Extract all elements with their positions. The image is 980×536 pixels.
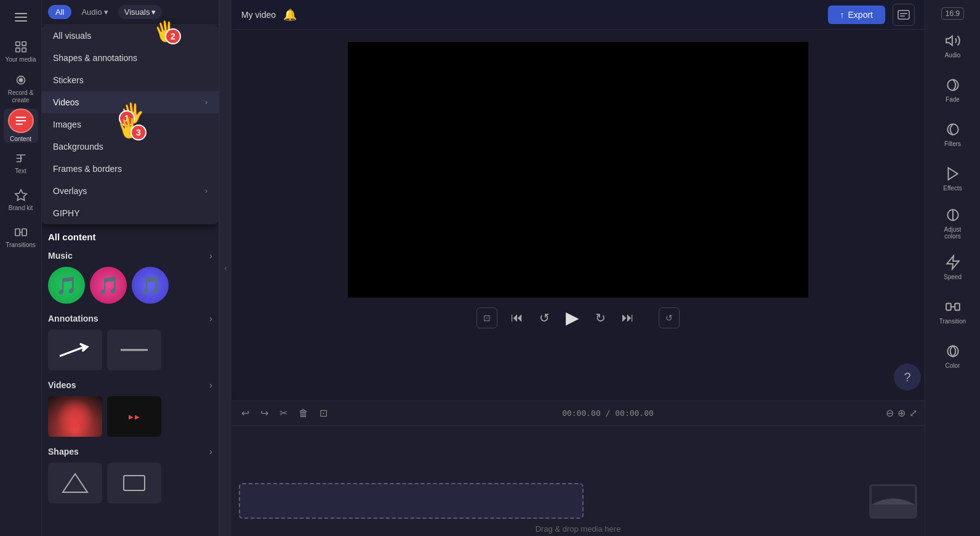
svg-rect-20 xyxy=(946,304,951,311)
export-icon: ↑ xyxy=(840,10,845,20)
dropdown-item-backgrounds[interactable]: Backgrounds xyxy=(42,136,219,158)
all-content-title: All content xyxy=(48,232,212,242)
sidebar-item-your-media[interactable]: Your media xyxy=(4,35,38,69)
panel-content: All content Music › 🎵 🎵 🎵 Annotations › xyxy=(42,224,219,536)
shape-item-2[interactable] xyxy=(107,463,161,503)
dropdown-item-overlays[interactable]: Overlays › xyxy=(42,180,219,202)
skip-back-button[interactable]: ⏮ xyxy=(508,308,526,327)
delete-button[interactable]: 🗑 xyxy=(296,405,311,421)
rewind-button[interactable]: ↺ xyxy=(537,308,552,328)
section-videos-title: Videos xyxy=(48,380,76,390)
videos-grid: ▶ ▶ xyxy=(48,396,212,437)
shapes-grid xyxy=(48,463,212,503)
svg-rect-6 xyxy=(15,229,19,235)
sidebar-item-content[interactable]: Content xyxy=(4,108,38,143)
right-tool-color[interactable]: Color xyxy=(930,335,976,377)
tab-audio[interactable]: Audio ▾ xyxy=(75,5,114,19)
section-shapes-header: Shapes › xyxy=(48,447,212,457)
section-annotations-title: Annotations xyxy=(48,314,98,323)
dropdown-item-stickers[interactable]: Stickers xyxy=(42,69,219,91)
video-item-2[interactable]: ▶ ▶ xyxy=(107,396,161,437)
track-clip[interactable] xyxy=(239,483,584,519)
section-shapes-arrow[interactable]: › xyxy=(209,447,212,457)
svg-rect-15 xyxy=(872,505,915,517)
section-annotations-arrow[interactable]: › xyxy=(209,314,212,323)
panel-top-bar: All Audio ▾ Visuals ▾ xyxy=(42,0,219,25)
timeline-toolbar: ↩ ↪ ✂ 🗑 ⊡ 00:00.00 / 00:00.00 ⊖ ⊕ ⤢ xyxy=(231,401,925,426)
right-tool-filters[interactable]: Filters xyxy=(930,113,976,155)
music-grid: 🎵 🎵 🎵 xyxy=(48,267,212,304)
main-header: My video 🔔 ↑ Export xyxy=(231,0,925,30)
tab-all[interactable]: All xyxy=(48,5,71,19)
right-tool-audio[interactable]: Audio xyxy=(930,25,976,67)
annotation-item-line[interactable] xyxy=(107,330,161,370)
dropdown-item-frames-borders[interactable]: Frames & borders xyxy=(42,158,219,180)
lock-button[interactable]: ⊡ xyxy=(317,405,330,421)
panel-area: All Audio ▾ Visuals ▾ All visuals Shapes… xyxy=(42,0,219,536)
music-item-3[interactable]: 🎵 xyxy=(132,267,169,304)
sidebar-item-record-create[interactable]: Record &create xyxy=(4,71,38,106)
video-item-1[interactable] xyxy=(48,396,102,437)
hamburger-button[interactable] xyxy=(9,5,33,30)
content-icon xyxy=(8,108,34,133)
undo-button[interactable]: ↩ xyxy=(239,405,252,421)
svg-rect-3 xyxy=(22,48,25,52)
music-item-1[interactable]: 🎵 xyxy=(48,267,85,304)
notification-icon[interactable]: 🔔 xyxy=(283,8,297,22)
timeline-tracks: Drag & drop media here xyxy=(231,426,925,536)
chevron-down-icon: ▾ xyxy=(151,7,156,17)
forward-button[interactable]: ↻ xyxy=(593,308,608,328)
svg-marker-9 xyxy=(63,474,87,492)
zoom-controls: ⊖ ⊕ ⤢ xyxy=(886,407,917,419)
play-button[interactable]: ▶ xyxy=(563,305,582,330)
drop-zone-text: Drag & drop media here xyxy=(536,524,621,534)
timeline-area: ↩ ↪ ✂ 🗑 ⊡ 00:00.00 / 00:00.00 ⊖ ⊕ ⤢ xyxy=(231,400,925,536)
svg-rect-21 xyxy=(955,304,960,311)
sidebar-item-brand[interactable]: Brand kit xyxy=(4,182,38,217)
sidebar-item-transitions[interactable]: Transitions xyxy=(4,219,38,254)
dropdown-item-all-visuals[interactable]: All visuals xyxy=(42,25,219,47)
skip-forward-button[interactable]: ⏭ xyxy=(619,308,637,327)
dropdown-item-images[interactable]: Images xyxy=(42,113,219,136)
shape-item-1[interactable] xyxy=(48,463,102,503)
section-videos-arrow[interactable]: › xyxy=(209,380,212,390)
help-button[interactable]: ? xyxy=(894,363,921,391)
sidebar-left: Your media Record &create Content Text B… xyxy=(0,0,42,536)
image-icon[interactable]: ⊡ xyxy=(476,307,497,328)
zoom-out-button[interactable]: ⊖ xyxy=(886,407,894,419)
export-button[interactable]: ↑ Export xyxy=(828,6,885,24)
sidebar-item-text[interactable]: Text xyxy=(4,145,38,180)
section-music-title: Music xyxy=(48,251,73,261)
svg-point-5 xyxy=(19,78,23,82)
svg-point-22 xyxy=(947,346,958,356)
dropdown-item-shapes[interactable]: Shapes & annotations xyxy=(42,47,219,69)
right-tool-speed[interactable]: Speed xyxy=(930,246,976,288)
panel-collapse-button[interactable]: ‹ xyxy=(219,0,231,536)
chevron-right-icon: › xyxy=(205,98,207,107)
right-tool-adjust-colors[interactable]: Adjustcolors xyxy=(930,202,976,244)
video-title: My video xyxy=(241,10,276,20)
fit-button[interactable]: ⤢ xyxy=(909,407,917,419)
svg-rect-2 xyxy=(15,48,19,52)
redo-button[interactable]: ↪ xyxy=(258,405,271,421)
loop-icon[interactable]: ↺ xyxy=(659,307,680,328)
right-tool-effects[interactable]: Effects xyxy=(930,158,976,200)
section-music-arrow[interactable]: › xyxy=(209,251,212,261)
clip-thumbnail[interactable] xyxy=(869,484,917,519)
tab-visuals[interactable]: Visuals ▾ xyxy=(118,5,163,19)
annotations-grid xyxy=(48,330,212,370)
svg-rect-0 xyxy=(15,42,19,46)
music-item-2[interactable]: 🎵 xyxy=(90,267,127,304)
video-title-tab: My video xyxy=(241,10,276,20)
svg-rect-11 xyxy=(898,10,909,19)
dropdown-item-giphy[interactable]: GIPHY xyxy=(42,202,219,224)
svg-rect-7 xyxy=(22,229,26,235)
annotation-item-arrow[interactable] xyxy=(48,330,102,370)
dropdown-item-videos[interactable]: Videos › xyxy=(42,91,219,113)
zoom-in-button[interactable]: ⊕ xyxy=(898,407,906,419)
right-tool-fade[interactable]: Fade xyxy=(930,69,976,111)
cut-button[interactable]: ✂ xyxy=(277,405,290,421)
captions-panel-button[interactable] xyxy=(893,4,915,26)
aspect-ratio-badge[interactable]: 16:9 xyxy=(941,7,964,20)
right-tool-transition[interactable]: Transition xyxy=(930,291,976,333)
